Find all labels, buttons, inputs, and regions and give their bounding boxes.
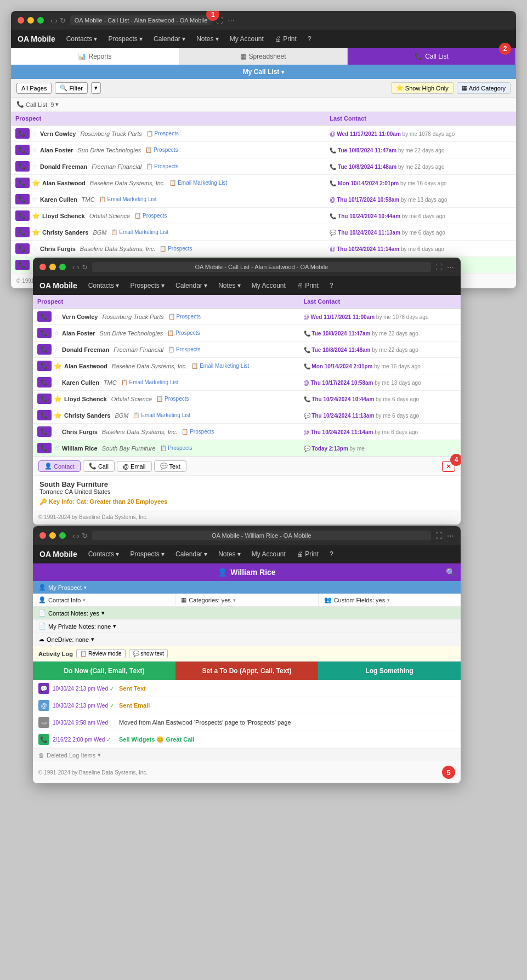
nav-help-1[interactable]: ? [303, 33, 316, 45]
fullscreen-button-2[interactable] [59, 264, 66, 270]
call-btn-0[interactable]: 📞 [15, 128, 30, 139]
table-row[interactable]: 📞 ☆ Alan Foster Sun Drive Technologies 📋… [33, 325, 461, 341]
table-row[interactable]: 📞 ☆ Karen Cullen TMC 📋 Email Marketing L… [11, 191, 516, 208]
call-btn-6[interactable]: 📞 [37, 410, 52, 420]
star-icon-8[interactable]: ☆ [54, 445, 60, 452]
prospect-name-3[interactable]: Alan Eastwood [64, 363, 107, 369]
nav-calendar-2[interactable]: Calendar ▾ [171, 280, 212, 292]
table-row[interactable]: 📞 ☆ Vern Cowley Rosenberg Truck Parts 📋 … [11, 126, 516, 142]
call-btn-1[interactable]: 📞 [15, 145, 30, 155]
call-count-badge[interactable]: 📞 Call List: 9 ▾ [16, 101, 59, 108]
nav-notes-2[interactable]: Notes ▾ [214, 280, 245, 292]
table-row[interactable]: 📞 ☆ William Rice South Bay Furniture 📋 P… [33, 440, 461, 457]
prospect-name-0[interactable]: Vern Cowley [62, 314, 98, 320]
call-btn-5[interactable]: 📞 [37, 394, 52, 404]
call-btn-3[interactable]: 📞 [15, 178, 30, 188]
filter-button[interactable]: 🔍 Filter [55, 82, 87, 94]
nav-notes-3[interactable]: Notes ▾ [214, 548, 245, 560]
list-badge-8[interactable]: 📋 Prospects [160, 445, 192, 451]
nav-contacts-1[interactable]: Contacts ▾ [62, 33, 102, 45]
back-icon[interactable]: ‹ [50, 16, 53, 25]
list-badge-4[interactable]: 📋 Email Marketing List [121, 379, 179, 385]
categories-cell[interactable]: ▦ Categories: yes ▾ [175, 594, 318, 606]
nav-contacts-2[interactable]: Contacts ▾ [84, 280, 124, 292]
nav-print-1[interactable]: 🖨 Print [270, 33, 301, 45]
nav-myaccount-2[interactable]: My Account [247, 280, 290, 292]
set-todo-button[interactable]: Set a To Do (Appt, Call, Text) [175, 662, 318, 680]
call-btn-4[interactable]: 📞 [15, 194, 30, 204]
prospect-name-6[interactable]: Christy Sanders [64, 412, 110, 419]
list-badge-5[interactable]: 📋 Prospects [156, 396, 189, 402]
call-btn-6[interactable]: 📞 [15, 227, 30, 237]
minimize-button-2[interactable] [49, 264, 56, 270]
nav-contacts-3[interactable]: Contacts ▾ [84, 548, 124, 560]
fullscreen-button[interactable] [37, 17, 44, 24]
tab-reports-1[interactable]: 📊 Reports [11, 48, 179, 65]
nav-print-2[interactable]: 🖨 Print [292, 280, 323, 292]
action-close-btn[interactable]: ✕ 4 [442, 461, 455, 472]
prospect-name-5[interactable]: Lloyd Schenck [64, 396, 107, 402]
star-icon-4[interactable]: ☆ [54, 379, 60, 386]
my-prospect-bar[interactable]: 👤 My Prospect ▾ [33, 581, 461, 594]
show-text-btn[interactable]: 💬 show text [129, 649, 168, 658]
list-badge-7[interactable]: 📋 Prospects [182, 429, 214, 435]
tab-spreadsheet-1[interactable]: ▦ Spreadsheet [179, 48, 348, 65]
table-row[interactable]: 📞 ⭐ Alan Eastwood Baseline Data Systems,… [11, 175, 516, 191]
onedrive-bar[interactable]: ☁ OneDrive: none ▾ [33, 633, 461, 646]
table-row[interactable]: 📞 ☆ Karen Cullen TMC 📋 Email Marketing L… [33, 374, 461, 391]
table-row[interactable]: 📞 ⭐ Lloyd Schenck Orbital Science 📋 Pros… [11, 208, 516, 224]
list-badge-3[interactable]: 📋 Email Marketing List [191, 363, 249, 369]
star-icon-5[interactable]: ⭐ [32, 212, 40, 220]
call-btn-8[interactable]: 📞 [37, 443, 52, 453]
star-icon-5[interactable]: ⭐ [54, 395, 62, 403]
fullscreen-button-3[interactable] [59, 532, 66, 539]
blue-bar-1[interactable]: My Call List ▾ [11, 65, 516, 79]
nav-calendar-3[interactable]: Calendar ▾ [171, 548, 212, 560]
list-badge-0[interactable]: 📋 Prospects [146, 130, 179, 136]
back-icon-2[interactable]: ‹ [72, 263, 75, 271]
allpages-button[interactable]: All Pages [16, 83, 52, 94]
call-btn-2[interactable]: 📞 [15, 161, 30, 172]
prospect-name-2[interactable]: Donald Freeman [62, 346, 109, 353]
call-btn-5[interactable]: 📞 [15, 210, 30, 221]
custom-fields-cell[interactable]: 👥 Custom Fields: yes ▾ [319, 594, 461, 606]
reload-icon-2[interactable]: ↻ [82, 263, 88, 271]
table-row[interactable]: 📞 ☆ Donald Freeman Freeman Financial 📋 P… [11, 158, 516, 175]
prospect-name-6[interactable]: Christy Sanders [42, 229, 88, 236]
tab-calllist-1[interactable]: 📞 Call List 2 [348, 48, 516, 65]
list-badge-2[interactable]: 📋 Prospects [146, 163, 178, 169]
list-badge-7[interactable]: 📋 Prospects [160, 246, 192, 252]
star-icon-6[interactable]: ⭐ [54, 412, 62, 419]
list-badge-1[interactable]: 📋 Prospects [167, 330, 200, 336]
call-btn-0[interactable]: 📞 [37, 311, 52, 322]
nav-calendar-1[interactable]: Calendar ▾ [149, 33, 190, 45]
filter-arrow-button[interactable]: ▾ [91, 82, 101, 94]
star-icon-1[interactable]: ☆ [54, 329, 60, 337]
call-btn-2[interactable]: 📞 [37, 344, 52, 355]
table-row[interactable]: 📞 ☆ Vern Cowley Rosenberg Truck Parts 📋 … [33, 309, 461, 325]
more-icon[interactable]: ⋯ [228, 16, 235, 25]
star-icon-2[interactable]: ☆ [32, 163, 38, 170]
star-icon-3[interactable]: ⭐ [54, 362, 62, 370]
fullscreen-icon-3[interactable]: ⛶ [435, 532, 443, 540]
prospect-name-7[interactable]: Chris Furgis [40, 246, 76, 252]
reload-icon-3[interactable]: ↻ [82, 532, 88, 540]
nav-myaccount-3[interactable]: My Account [247, 548, 290, 560]
star-icon-7[interactable]: ☆ [32, 245, 38, 253]
call-btn-7[interactable]: 📞 [15, 243, 30, 254]
list-badge-0[interactable]: 📋 Prospects [168, 314, 201, 320]
table-row[interactable]: 📞 ⭐ Christy Sanders BGM 📋 Email Marketin… [33, 407, 461, 424]
star-icon-1[interactable]: ☆ [32, 146, 38, 154]
nav-notes-1[interactable]: Notes ▾ [192, 33, 223, 45]
prospect-name-8[interactable]: William Rice [62, 445, 98, 452]
table-row[interactable]: 📞 ☆ Donald Freeman Freeman Financial 📋 P… [33, 341, 461, 358]
star-icon-3[interactable]: ⭐ [32, 179, 40, 187]
minimize-button[interactable] [27, 17, 34, 24]
table-row[interactable]: 📞 ☆ Chris Furgis Baseline Data Systems, … [33, 424, 461, 440]
star-icon-2[interactable]: ☆ [54, 346, 60, 354]
prospect-name-4[interactable]: Karen Cullen [62, 379, 99, 386]
nav-help-3[interactable]: ? [325, 548, 338, 560]
prospect-name-2[interactable]: Donald Freeman [40, 163, 87, 170]
action-tab-contact[interactable]: 👤 Contact [38, 460, 81, 472]
prospect-name-4[interactable]: Karen Cullen [40, 196, 77, 203]
